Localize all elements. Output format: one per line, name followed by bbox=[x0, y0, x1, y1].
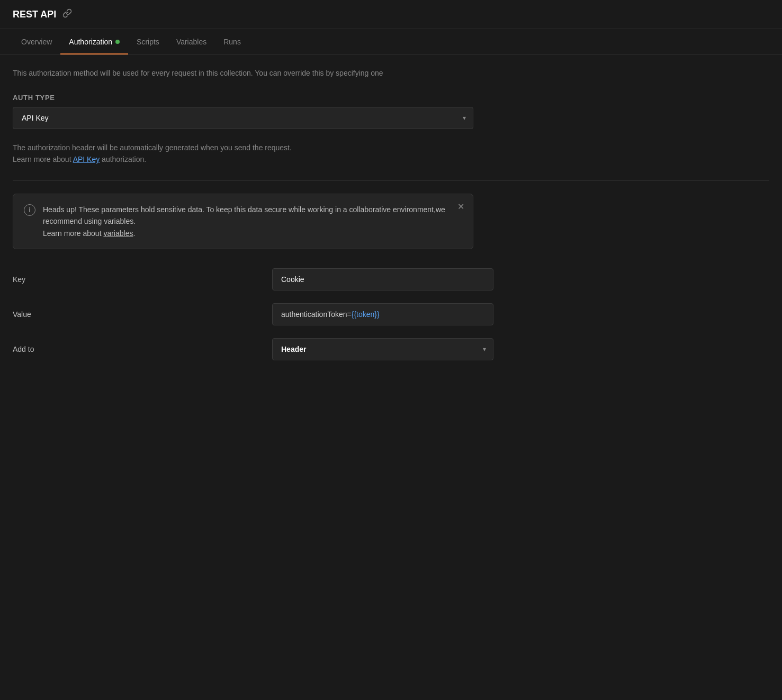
value-field-row: Value authenticationToken= {{token}} bbox=[13, 303, 769, 325]
value-text-variable: {{token}} bbox=[352, 310, 380, 319]
main-content: This authorization method will be used f… bbox=[0, 55, 782, 386]
key-input[interactable] bbox=[272, 268, 493, 290]
tab-runs[interactable]: Runs bbox=[215, 29, 249, 54]
auth-type-group: Auth Type No Auth API Key Bearer Token B… bbox=[13, 94, 769, 129]
alert-text: Heads up! These parameters hold sensitiv… bbox=[43, 204, 462, 239]
add-to-field-row: Add to Header Query Params ▾ bbox=[13, 338, 769, 360]
info-icon: i bbox=[24, 204, 35, 216]
auth-info-text: The authorization header will be automat… bbox=[13, 142, 769, 166]
sensitive-data-alert: i Heads up! These parameters hold sensit… bbox=[13, 194, 473, 249]
api-key-link[interactable]: API Key bbox=[73, 155, 100, 163]
value-label: Value bbox=[13, 310, 272, 319]
value-display[interactable]: authenticationToken= {{token}} bbox=[272, 303, 493, 325]
app-header: REST API bbox=[0, 0, 782, 29]
tab-scripts[interactable]: Scripts bbox=[128, 29, 168, 54]
app-title: REST API bbox=[13, 9, 56, 20]
tabs-bar: Overview Authorization Scripts Variables… bbox=[0, 29, 782, 55]
authorization-dot bbox=[115, 40, 120, 44]
section-divider bbox=[13, 180, 769, 181]
tab-authorization[interactable]: Authorization bbox=[60, 29, 128, 54]
value-text-normal: authenticationToken= bbox=[281, 310, 352, 319]
key-field-row: Key bbox=[13, 268, 769, 290]
add-to-label: Add to bbox=[13, 345, 272, 353]
add-to-select-wrapper: Header Query Params ▾ bbox=[272, 338, 493, 360]
auth-type-label: Auth Type bbox=[13, 94, 769, 102]
link-icon[interactable] bbox=[62, 8, 72, 20]
auth-type-select[interactable]: No Auth API Key Bearer Token Basic Auth … bbox=[13, 107, 473, 129]
tab-variables[interactable]: Variables bbox=[168, 29, 215, 54]
auth-type-select-wrapper: No Auth API Key Bearer Token Basic Auth … bbox=[13, 107, 473, 129]
key-label: Key bbox=[13, 275, 272, 284]
add-to-select[interactable]: Header Query Params bbox=[272, 338, 493, 360]
tab-overview[interactable]: Overview bbox=[13, 29, 60, 54]
collection-description: This authorization method will be used f… bbox=[13, 68, 769, 79]
variables-link[interactable]: variables bbox=[103, 229, 133, 238]
alert-close-button[interactable]: ✕ bbox=[457, 203, 464, 211]
